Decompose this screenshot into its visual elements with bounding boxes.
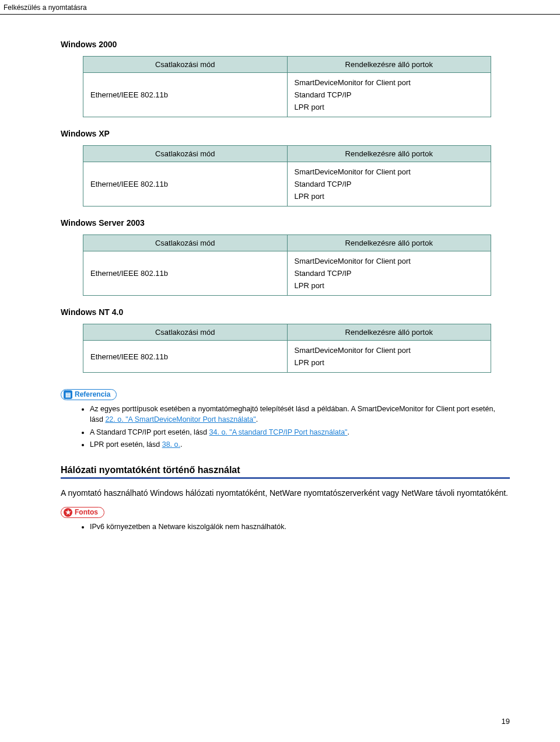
important-badge: ★Fontos (61, 507, 104, 518)
port-line: Standard TCP/IP (295, 267, 484, 279)
table-row: Ethernet/IEEE 802.11b SmartDeviceMonitor… (83, 162, 491, 206)
running-header: Felkészülés a nyomtatásra (4, 4, 87, 12)
table-cell: Ethernet/IEEE 802.11b (83, 73, 288, 117)
table-row: Ethernet/IEEE 802.11b SmartDeviceMonitor… (83, 251, 491, 296)
port-line: Standard TCP/IP (295, 178, 484, 190)
important-label: Fontos (75, 508, 98, 516)
table-header-col1: Csatlakozási mód (83, 324, 288, 341)
reference-link[interactable]: 38. o. (162, 440, 180, 449)
reference-link[interactable]: 22. o. "A SmartDeviceMonitor Port haszná… (105, 415, 256, 424)
body-paragraph: A nyomtató használható Windows hálózati … (61, 487, 510, 499)
table-header-col2: Rendelkezésre álló portok (287, 324, 491, 341)
port-line: Standard TCP/IP (295, 89, 484, 101)
reference-badge: ▤Referencia (61, 389, 117, 400)
table-header-col1: Csatlakozási mód (83, 235, 288, 251)
table-winxp: Csatlakozási mód Rendelkezésre álló port… (83, 145, 491, 206)
port-line: LPR port (295, 101, 484, 113)
page-number: 19 (502, 717, 510, 726)
table-winserver2003: Csatlakozási mód Rendelkezésre álló port… (83, 235, 491, 296)
section-title-win2000: Windows 2000 (61, 40, 510, 49)
port-line: LPR port (295, 356, 484, 369)
subsection-underline (61, 477, 510, 479)
table-win2000: Csatlakozási mód Rendelkezésre álló port… (83, 56, 491, 117)
table-header-col2: Rendelkezésre álló portok (287, 57, 491, 73)
list-item: LPR port esetén, lásd 38. o.. (90, 439, 510, 450)
table-row: Ethernet/IEEE 802.11b SmartDeviceMonitor… (83, 341, 491, 373)
ref-text: . (348, 428, 349, 436)
reference-link[interactable]: 34. o. "A standard TCP/IP Port használat… (209, 428, 348, 436)
table-cell: Ethernet/IEEE 802.11b (83, 251, 288, 296)
table-cell: SmartDeviceMonitor for Client port Stand… (287, 251, 491, 296)
table-header-col1: Csatlakozási mód (83, 146, 288, 162)
table-header-col2: Rendelkezésre álló portok (287, 235, 491, 251)
header-rule (0, 14, 560, 15)
table-winnt40: Csatlakozási mód Rendelkezésre álló port… (83, 324, 491, 373)
port-line: SmartDeviceMonitor for Client port (295, 255, 484, 267)
table-row: Ethernet/IEEE 802.11b SmartDeviceMonitor… (83, 73, 491, 117)
reference-icon: ▤ (64, 390, 72, 399)
list-item: Az egyes porttípusok esetében a nyomtató… (90, 404, 510, 425)
section-title-winserver2003: Windows Server 2003 (61, 218, 510, 228)
port-line: SmartDeviceMonitor for Client port (295, 344, 484, 356)
ref-text: . (180, 440, 182, 449)
reference-label: Referencia (75, 390, 110, 398)
table-cell: Ethernet/IEEE 802.11b (83, 341, 288, 373)
ref-text: LPR port esetén, lásd (90, 440, 162, 449)
reference-list: Az egyes porttípusok esetében a nyomtató… (90, 404, 510, 450)
important-list: IPv6 környezetben a Netware kiszolgálók … (90, 522, 510, 532)
table-header-col1: Csatlakozási mód (83, 57, 288, 73)
table-cell: SmartDeviceMonitor for Client port Stand… (287, 162, 491, 206)
table-cell: Ethernet/IEEE 802.11b (83, 162, 288, 206)
table-cell: SmartDeviceMonitor for Client port LPR p… (287, 341, 491, 373)
section-title-winnt40: Windows NT 4.0 (61, 307, 510, 317)
port-line: SmartDeviceMonitor for Client port (295, 166, 484, 178)
section-title-winxp: Windows XP (61, 129, 510, 138)
list-item: A Standard TCP/IP port esetén, lásd 34. … (90, 427, 510, 438)
table-cell: SmartDeviceMonitor for Client port Stand… (287, 73, 491, 117)
subsection-heading: Hálózati nyomtatóként történő használat (61, 465, 510, 475)
port-line: LPR port (295, 190, 484, 202)
list-item: IPv6 környezetben a Netware kiszolgálók … (90, 522, 510, 532)
table-header-col2: Rendelkezésre álló portok (287, 146, 491, 162)
ref-text: A Standard TCP/IP port esetén, lásd (90, 428, 209, 436)
port-line: SmartDeviceMonitor for Client port (295, 76, 484, 89)
star-icon: ★ (64, 508, 72, 517)
port-line: LPR port (295, 279, 484, 292)
ref-text: . (256, 415, 258, 424)
